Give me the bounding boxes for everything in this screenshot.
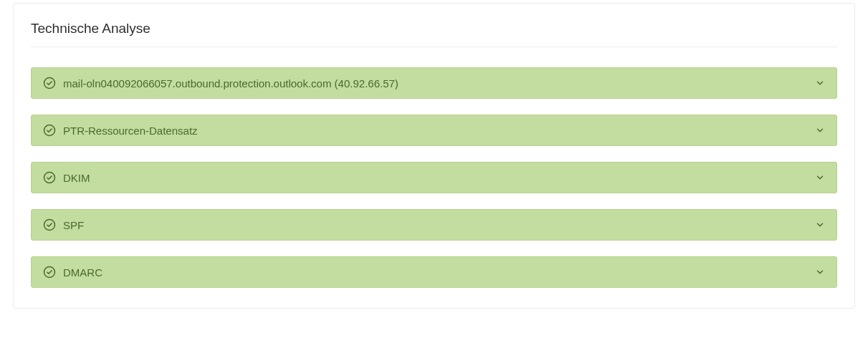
chevron-down-icon — [815, 125, 825, 135]
accordion-item-label: mail-oln040092066057.outbound.protection… — [63, 77, 815, 90]
check-circle-icon — [43, 171, 56, 184]
accordion-item-spf[interactable]: SPF — [31, 209, 837, 241]
accordion-item-label: DKIM — [63, 172, 815, 184]
accordion-item-label: SPF — [63, 219, 815, 231]
check-circle-icon — [43, 218, 56, 231]
svg-point-1 — [44, 125, 55, 136]
technical-analysis-panel: Technische Analyse mail-oln040092066057.… — [13, 3, 855, 309]
accordion-item-label: PTR-Ressourcen-Datensatz — [63, 125, 815, 137]
check-circle-icon — [43, 124, 56, 137]
check-circle-icon — [43, 266, 56, 279]
svg-point-2 — [44, 173, 55, 183]
svg-point-4 — [44, 267, 55, 278]
accordion-item-label: DMARC — [63, 266, 815, 279]
accordion-item-mailserver[interactable]: mail-oln040092066057.outbound.protection… — [31, 67, 837, 99]
chevron-down-icon — [815, 220, 825, 230]
accordion-item-dkim[interactable]: DKIM — [31, 162, 837, 193]
svg-point-3 — [44, 220, 55, 231]
chevron-down-icon — [815, 173, 825, 183]
accordion-item-ptr[interactable]: PTR-Ressourcen-Datensatz — [31, 115, 837, 146]
divider — [31, 47, 837, 47]
chevron-down-icon — [815, 78, 825, 88]
chevron-down-icon — [815, 267, 825, 277]
accordion-item-dmarc[interactable]: DMARC — [31, 256, 837, 288]
svg-point-0 — [44, 78, 55, 89]
check-circle-icon — [43, 77, 56, 90]
panel-title: Technische Analyse — [31, 21, 837, 37]
